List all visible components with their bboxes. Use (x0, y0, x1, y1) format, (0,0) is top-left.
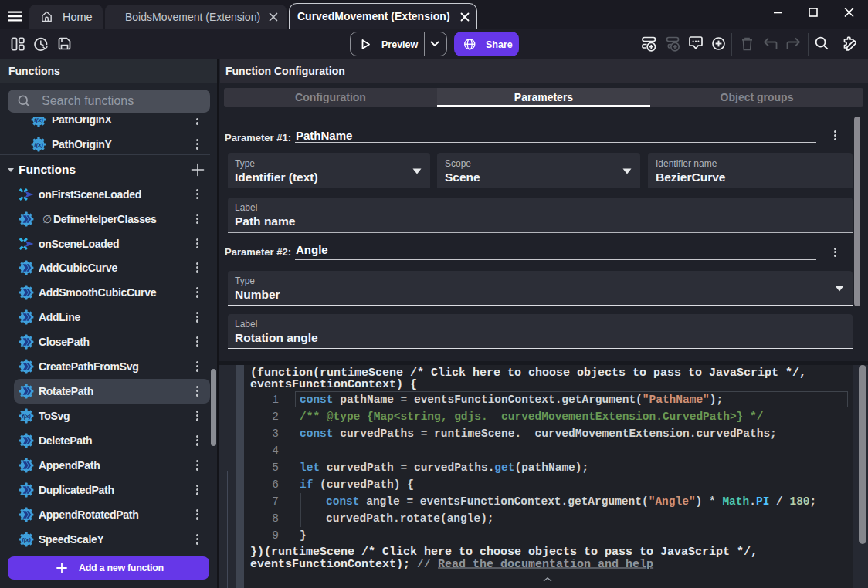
svg-text:f(x): f(x) (34, 117, 43, 123)
svg-text:f(x): f(x) (22, 413, 31, 420)
svg-text:f(x): f(x) (34, 141, 43, 148)
svg-text:f(x): f(x) (22, 536, 31, 543)
